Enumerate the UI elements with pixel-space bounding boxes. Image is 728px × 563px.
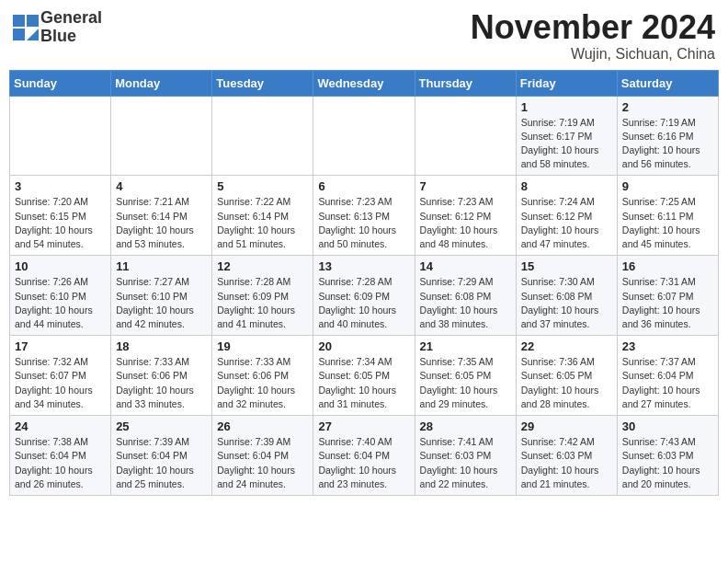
day-number: 12 xyxy=(217,259,308,273)
day-number: 27 xyxy=(318,419,409,433)
day-number: 29 xyxy=(521,419,612,433)
day-info: Sunrise: 7:36 AM Sunset: 6:05 PM Dayligh… xyxy=(521,355,612,411)
day-info: Sunrise: 7:33 AM Sunset: 6:06 PM Dayligh… xyxy=(217,355,308,411)
logo-line2: Blue xyxy=(40,28,102,46)
calendar-cell: 23Sunrise: 7:37 AM Sunset: 6:04 PM Dayli… xyxy=(617,336,718,416)
day-info: Sunrise: 7:37 AM Sunset: 6:04 PM Dayligh… xyxy=(622,355,713,411)
calendar-cell xyxy=(212,96,313,176)
day-info: Sunrise: 7:25 AM Sunset: 6:11 PM Dayligh… xyxy=(622,195,713,251)
day-info: Sunrise: 7:32 AM Sunset: 6:07 PM Dayligh… xyxy=(15,355,106,411)
calendar-cell xyxy=(415,96,516,176)
calendar-cell: 11Sunrise: 7:27 AM Sunset: 6:10 PM Dayli… xyxy=(111,256,212,336)
calendar-cell: 13Sunrise: 7:28 AM Sunset: 6:09 PM Dayli… xyxy=(313,256,415,336)
calendar-cell: 5Sunrise: 7:22 AM Sunset: 6:14 PM Daylig… xyxy=(212,176,313,256)
calendar-cell: 21Sunrise: 7:35 AM Sunset: 6:05 PM Dayli… xyxy=(415,336,516,416)
day-number: 25 xyxy=(116,419,207,433)
calendar-cell: 30Sunrise: 7:43 AM Sunset: 6:03 PM Dayli… xyxy=(617,416,718,496)
calendar-cell: 29Sunrise: 7:42 AM Sunset: 6:03 PM Dayli… xyxy=(516,416,617,496)
day-number: 21 xyxy=(420,339,511,353)
day-number: 3 xyxy=(15,179,106,193)
day-info: Sunrise: 7:34 AM Sunset: 6:05 PM Dayligh… xyxy=(318,355,409,411)
logo-line1: General xyxy=(40,9,102,28)
calendar-cell xyxy=(313,96,415,176)
day-info: Sunrise: 7:19 AM Sunset: 6:16 PM Dayligh… xyxy=(622,116,713,172)
day-number: 4 xyxy=(116,179,207,193)
day-info: Sunrise: 7:40 AM Sunset: 6:04 PM Dayligh… xyxy=(318,435,409,491)
day-info: Sunrise: 7:42 AM Sunset: 6:03 PM Dayligh… xyxy=(521,435,612,491)
day-info: Sunrise: 7:21 AM Sunset: 6:14 PM Dayligh… xyxy=(116,195,207,251)
day-number: 1 xyxy=(521,100,612,114)
calendar-cell: 25Sunrise: 7:39 AM Sunset: 6:04 PM Dayli… xyxy=(111,416,212,496)
calendar-cell: 12Sunrise: 7:28 AM Sunset: 6:09 PM Dayli… xyxy=(212,256,313,336)
calendar-cell: 2Sunrise: 7:19 AM Sunset: 6:16 PM Daylig… xyxy=(617,96,718,176)
calendar-cell: 16Sunrise: 7:31 AM Sunset: 6:07 PM Dayli… xyxy=(617,256,718,336)
day-info: Sunrise: 7:39 AM Sunset: 6:04 PM Dayligh… xyxy=(217,435,308,491)
day-number: 19 xyxy=(217,339,308,353)
calendar-cell: 6Sunrise: 7:23 AM Sunset: 6:13 PM Daylig… xyxy=(313,176,415,256)
day-info: Sunrise: 7:22 AM Sunset: 6:14 PM Dayligh… xyxy=(217,195,308,251)
calendar-cell: 26Sunrise: 7:39 AM Sunset: 6:04 PM Dayli… xyxy=(212,416,313,496)
calendar-cell: 4Sunrise: 7:21 AM Sunset: 6:14 PM Daylig… xyxy=(111,176,212,256)
location: Wujin, Sichuan, China xyxy=(471,46,715,63)
day-info: Sunrise: 7:38 AM Sunset: 6:04 PM Dayligh… xyxy=(15,435,106,491)
day-number: 24 xyxy=(15,419,106,433)
calendar-cell: 22Sunrise: 7:36 AM Sunset: 6:05 PM Dayli… xyxy=(516,336,617,416)
day-info: Sunrise: 7:26 AM Sunset: 6:10 PM Dayligh… xyxy=(15,275,106,331)
day-number: 8 xyxy=(521,179,612,193)
day-info: Sunrise: 7:31 AM Sunset: 6:07 PM Dayligh… xyxy=(622,275,713,331)
weekday-header: Thursday xyxy=(415,70,516,96)
day-number: 17 xyxy=(15,339,106,353)
day-info: Sunrise: 7:28 AM Sunset: 6:09 PM Dayligh… xyxy=(318,275,409,331)
month-title: November 2024 xyxy=(471,9,715,46)
day-number: 23 xyxy=(622,339,713,353)
day-number: 16 xyxy=(622,259,713,273)
day-info: Sunrise: 7:24 AM Sunset: 6:12 PM Dayligh… xyxy=(521,195,612,251)
weekday-header: Friday xyxy=(516,70,617,96)
day-info: Sunrise: 7:27 AM Sunset: 6:10 PM Dayligh… xyxy=(116,275,207,331)
calendar-cell xyxy=(10,96,111,176)
day-info: Sunrise: 7:43 AM Sunset: 6:03 PM Dayligh… xyxy=(622,435,713,491)
day-info: Sunrise: 7:20 AM Sunset: 6:15 PM Dayligh… xyxy=(15,195,106,251)
calendar-cell: 14Sunrise: 7:29 AM Sunset: 6:08 PM Dayli… xyxy=(415,256,516,336)
day-number: 20 xyxy=(318,339,409,353)
day-info: Sunrise: 7:39 AM Sunset: 6:04 PM Dayligh… xyxy=(116,435,207,491)
day-number: 18 xyxy=(116,339,207,353)
day-info: Sunrise: 7:41 AM Sunset: 6:03 PM Dayligh… xyxy=(420,435,511,491)
day-number: 13 xyxy=(318,259,409,273)
day-info: Sunrise: 7:19 AM Sunset: 6:17 PM Dayligh… xyxy=(521,116,612,172)
weekday-header: Tuesday xyxy=(212,70,313,96)
calendar-table: SundayMondayTuesdayWednesdayThursdayFrid… xyxy=(9,70,719,496)
logo-icon xyxy=(13,15,39,40)
day-number: 6 xyxy=(318,179,409,193)
calendar-cell: 7Sunrise: 7:23 AM Sunset: 6:12 PM Daylig… xyxy=(415,176,516,256)
calendar-cell: 19Sunrise: 7:33 AM Sunset: 6:06 PM Dayli… xyxy=(212,336,313,416)
day-info: Sunrise: 7:35 AM Sunset: 6:05 PM Dayligh… xyxy=(420,355,511,411)
calendar-cell: 15Sunrise: 7:30 AM Sunset: 6:08 PM Dayli… xyxy=(516,256,617,336)
day-number: 11 xyxy=(116,259,207,273)
calendar-cell: 3Sunrise: 7:20 AM Sunset: 6:15 PM Daylig… xyxy=(10,176,111,256)
calendar-header: SundayMondayTuesdayWednesdayThursdayFrid… xyxy=(10,70,719,96)
page-header: General Blue November 2024 Wujin, Sichua… xyxy=(9,9,719,63)
logo: General Blue xyxy=(13,9,102,46)
day-number: 14 xyxy=(420,259,511,273)
calendar-cell: 28Sunrise: 7:41 AM Sunset: 6:03 PM Dayli… xyxy=(415,416,516,496)
day-info: Sunrise: 7:28 AM Sunset: 6:09 PM Dayligh… xyxy=(217,275,308,331)
calendar-cell: 27Sunrise: 7:40 AM Sunset: 6:04 PM Dayli… xyxy=(313,416,415,496)
svg-marker-3 xyxy=(27,29,39,40)
svg-rect-0 xyxy=(13,15,25,27)
weekday-header: Sunday xyxy=(10,70,111,96)
day-number: 15 xyxy=(521,259,612,273)
day-number: 30 xyxy=(622,419,713,433)
day-number: 28 xyxy=(420,419,511,433)
calendar-cell: 20Sunrise: 7:34 AM Sunset: 6:05 PM Dayli… xyxy=(313,336,415,416)
calendar-cell: 24Sunrise: 7:38 AM Sunset: 6:04 PM Dayli… xyxy=(10,416,111,496)
svg-rect-1 xyxy=(27,15,39,27)
weekday-header: Wednesday xyxy=(313,70,415,96)
title-block: November 2024 Wujin, Sichuan, China xyxy=(471,9,715,63)
calendar-cell: 18Sunrise: 7:33 AM Sunset: 6:06 PM Dayli… xyxy=(111,336,212,416)
calendar-cell: 9Sunrise: 7:25 AM Sunset: 6:11 PM Daylig… xyxy=(617,176,718,256)
weekday-header: Saturday xyxy=(617,70,718,96)
day-number: 5 xyxy=(217,179,308,193)
calendar-cell: 8Sunrise: 7:24 AM Sunset: 6:12 PM Daylig… xyxy=(516,176,617,256)
day-info: Sunrise: 7:30 AM Sunset: 6:08 PM Dayligh… xyxy=(521,275,612,331)
